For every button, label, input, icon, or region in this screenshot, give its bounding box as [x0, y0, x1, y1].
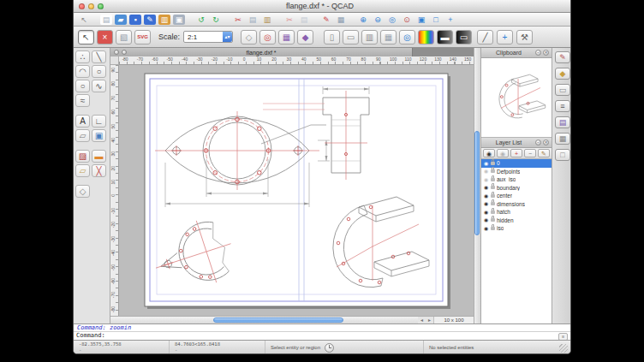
hatch-from-selection-button[interactable]: ▦ — [278, 30, 295, 45]
close-window-button[interactable] — [79, 3, 85, 9]
layer-row[interactable]: ◉center — [481, 192, 552, 200]
edit-layer-button[interactable]: ✎ — [538, 149, 550, 157]
image-tool[interactable]: ▣ — [92, 129, 106, 142]
redo-icon[interactable]: ↻ — [210, 15, 222, 25]
command-line[interactable]: Command: ≡ — [74, 331, 570, 340]
layer-lock-icon[interactable] — [491, 218, 495, 222]
minimize-window-button[interactable] — [88, 3, 94, 9]
svg-export-button[interactable]: SVG — [134, 30, 151, 45]
clear-selection-button[interactable]: × — [97, 30, 113, 45]
layer-lock-icon[interactable] — [491, 202, 495, 205]
layer-visibility-icon[interactable]: ◉ — [483, 161, 489, 166]
layer-row[interactable]: ◉0 — [481, 159, 552, 168]
cut-icon[interactable]: ✂ — [232, 15, 244, 25]
layer-lock-icon[interactable] — [491, 211, 495, 214]
layer-lock-icon[interactable] — [491, 178, 495, 181]
color-picker[interactable] — [418, 30, 434, 45]
new-file-icon[interactable]: ▤ — [100, 15, 112, 25]
dock-block-list-button[interactable]: ▤ — [555, 116, 570, 128]
print-icon[interactable]: ▥ — [158, 15, 170, 25]
layer-row[interactable]: ◉iso — [481, 224, 552, 233]
layer-visibility-icon[interactable]: ◉ — [483, 226, 489, 231]
open-file-icon[interactable]: ▰ — [115, 15, 127, 25]
point-tool[interactable]: ∴ — [75, 50, 90, 63]
dock-property-editor-button[interactable]: ✎ — [555, 51, 570, 63]
h-scrollbar-thumb[interactable] — [213, 317, 343, 323]
copy-icon[interactable]: ▤ — [247, 15, 259, 25]
spline-tool[interactable]: ≈ — [75, 94, 90, 107]
layer-lock-icon[interactable] — [491, 194, 495, 198]
h-scrollbar[interactable] — [110, 317, 418, 323]
v-scrollbar-thumb[interactable] — [474, 131, 480, 235]
circle-tool[interactable]: ○ — [92, 65, 106, 78]
dimension-tool[interactable]: ∟ — [92, 115, 106, 128]
magnifier-button[interactable]: ◎ — [399, 30, 415, 45]
zoom-previous-icon[interactable]: ⊙ — [401, 15, 413, 25]
select-tool-icon[interactable]: ↖ — [78, 15, 90, 25]
draw-from-selection-button[interactable]: ◇ — [241, 30, 257, 45]
explode-tool[interactable]: ╳ — [92, 164, 106, 177]
layer-visibility-icon[interactable]: ◉ — [483, 193, 489, 199]
text-tool[interactable]: A — [75, 115, 90, 128]
dock-layer-list-button[interactable]: ≡ — [555, 100, 570, 112]
drawing-canvas[interactable] — [119, 65, 474, 316]
hide-all-layers-button[interactable]: ◉ — [497, 149, 509, 157]
dock-view-list-button[interactable]: ▦ — [555, 133, 570, 145]
solid-fill-tool[interactable]: ▬ — [92, 150, 106, 163]
layer-row[interactable]: ◉boundary — [481, 184, 552, 193]
ellipse-tool[interactable]: ○ — [75, 80, 90, 92]
dock-command-line-button[interactable]: ▭ — [555, 84, 570, 96]
layer-lock-icon[interactable] — [491, 162, 495, 165]
scroll-right-icon[interactable]: ▸ — [426, 317, 433, 323]
save-as-icon[interactable]: ✎ — [144, 15, 156, 25]
layer-row[interactable]: ◉Defpoints — [481, 168, 552, 176]
layer-lock-icon[interactable] — [491, 186, 495, 189]
scroll-left-icon[interactable]: ◂ — [418, 317, 426, 323]
layer-visibility-icon[interactable]: ◉ — [483, 177, 489, 182]
restrict-vertical-button[interactable]: ▯ — [324, 30, 340, 45]
dev-tools-button[interactable]: ⚒ — [516, 30, 533, 45]
polyline-tool[interactable]: ∿ — [92, 80, 106, 92]
drawing-tab[interactable]: flange.dxf * — [110, 48, 413, 56]
scale-combobox[interactable]: 2:1 ▴▾ — [183, 31, 233, 43]
resize-grip-icon[interactable] — [559, 344, 568, 353]
restrict-horizontal-button[interactable]: ▭ — [343, 30, 359, 45]
drawing-preferences-icon[interactable]: ✎ — [320, 15, 332, 25]
layer-lock-icon[interactable] — [491, 227, 495, 230]
stamp-button[interactable]: ▧ — [116, 30, 132, 45]
line-tool[interactable]: ╲ — [92, 50, 106, 63]
v-scrollbar[interactable] — [474, 48, 480, 323]
dock-selection-filter-button[interactable]: □ — [555, 149, 570, 161]
selection-pointer-button[interactable]: ↖ — [78, 30, 94, 45]
undo-icon[interactable]: ↺ — [195, 15, 207, 25]
restrict-orthogonal-button[interactable]: ▥ — [361, 30, 378, 45]
layer-lock-icon[interactable] — [491, 169, 495, 173]
zoom-in-icon[interactable]: ⊕ — [357, 15, 369, 25]
copy-with-reference-icon[interactable]: ▤ — [298, 15, 310, 25]
print-preview-icon[interactable]: ▣ — [173, 15, 185, 25]
layer-visibility-icon[interactable]: ◉ — [483, 217, 489, 223]
zoom-out-icon[interactable]: ⊖ — [372, 15, 384, 25]
layer-row[interactable]: ◉hatch — [481, 208, 552, 217]
auto-zoom-icon[interactable]: ◎ — [386, 15, 398, 25]
snap-reference-button[interactable]: ◆ — [297, 30, 313, 45]
block-tool[interactable]: ▱ — [75, 164, 90, 177]
leader-tool[interactable]: ▱ — [75, 129, 90, 142]
remove-layer-button[interactable]: − — [524, 149, 536, 157]
add-layer-button[interactable]: + — [510, 149, 522, 157]
layer-row[interactable]: ◉dimensions — [481, 200, 552, 209]
zoom-window-button[interactable] — [98, 3, 104, 9]
float-layer-panel-button[interactable]: − — [535, 139, 541, 145]
zoom-page-icon[interactable]: □ — [430, 15, 442, 25]
layer-visibility-icon[interactable]: ◉ — [483, 169, 489, 174]
pan-icon[interactable]: + — [444, 15, 456, 25]
snap-center-button[interactable]: ◎ — [259, 30, 276, 45]
table-icon[interactable]: ▦ — [335, 15, 347, 25]
save-icon[interactable]: ▪ — [129, 15, 141, 25]
close-clipboard-panel-button[interactable]: × — [543, 50, 549, 56]
dock-library-browser-button[interactable]: ◆ — [555, 68, 570, 80]
line-draw-button[interactable]: ╱ — [477, 30, 493, 45]
scroll-arrow-buttons[interactable]: ◂▸ — [418, 317, 433, 323]
layer-row[interactable]: ◉hidden — [481, 217, 552, 225]
layer-visibility-icon[interactable]: ◉ — [483, 201, 489, 206]
